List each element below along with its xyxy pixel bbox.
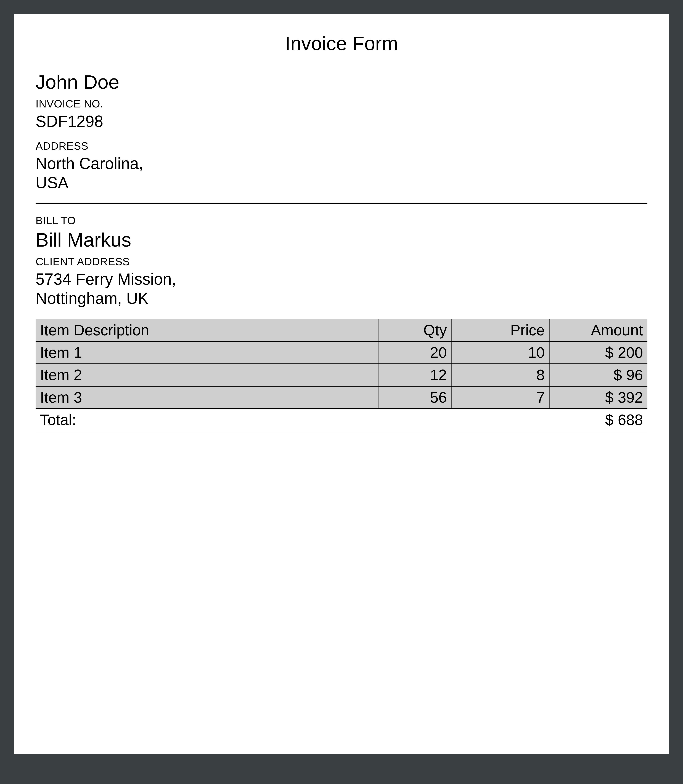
header-qty: Qty — [378, 319, 452, 341]
invoice-no-value: SDF1298 — [35, 112, 648, 131]
bill-to-label: BILL TO — [35, 214, 648, 227]
cell-amount: $ 96 — [550, 364, 648, 386]
total-amount: $ 688 — [550, 409, 648, 431]
cell-description: Item 2 — [35, 364, 378, 386]
page-title: Invoice Form — [35, 32, 648, 55]
header-description: Item Description — [35, 319, 378, 341]
header-amount: Amount — [550, 319, 648, 341]
cell-amount: $ 392 — [550, 386, 648, 409]
bill-to-name: Bill Markus — [35, 228, 648, 251]
items-table: Item Description Qty Price Amount Item 1… — [35, 319, 648, 431]
client-address-value: 5734 Ferry Mission, Nottingham, UK — [35, 269, 648, 308]
header-price: Price — [452, 319, 550, 341]
cell-qty: 56 — [378, 386, 452, 409]
billto-section: BILL TO Bill Markus CLIENT ADDRESS 5734 … — [35, 214, 648, 308]
address-label: ADDRESS — [35, 140, 648, 152]
table-row: Item 1 20 10 $ 200 — [35, 341, 648, 364]
cell-qty: 12 — [378, 364, 452, 386]
cell-description: Item 1 — [35, 341, 378, 364]
cell-price: 8 — [452, 364, 550, 386]
invoice-no-label: INVOICE NO. — [35, 98, 648, 110]
sender-name: John Doe — [35, 71, 648, 93]
client-address-label: CLIENT ADDRESS — [35, 255, 648, 268]
cell-qty: 20 — [378, 341, 452, 364]
address-value: North Carolina, USA — [35, 154, 648, 192]
cell-description: Item 3 — [35, 386, 378, 409]
table-row: Item 3 56 7 $ 392 — [35, 386, 648, 409]
sender-section: John Doe INVOICE NO. SDF1298 ADDRESS Nor… — [35, 71, 648, 192]
cell-price: 10 — [452, 341, 550, 364]
invoice-page: Invoice Form John Doe INVOICE NO. SDF129… — [11, 11, 672, 758]
table-row: Item 2 12 8 $ 96 — [35, 364, 648, 386]
section-divider — [35, 203, 648, 204]
cell-amount: $ 200 — [550, 341, 648, 364]
cell-price: 7 — [452, 386, 550, 409]
total-label: Total: — [35, 409, 550, 431]
table-total-row: Total: $ 688 — [35, 409, 648, 431]
table-header-row: Item Description Qty Price Amount — [35, 319, 648, 341]
